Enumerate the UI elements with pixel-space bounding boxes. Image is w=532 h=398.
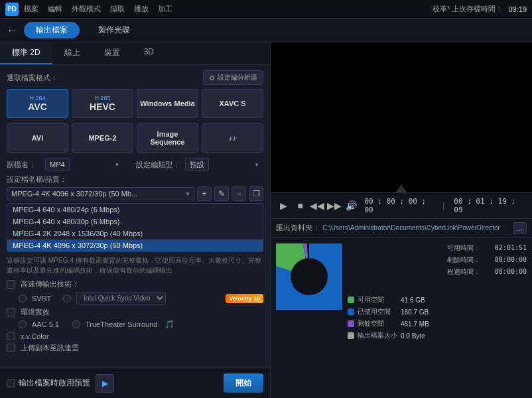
speed-option-row: 高速傳輸出技術： — [7, 279, 263, 289]
remain-val: 461.7 MB — [401, 320, 437, 328]
export-size-val: 0.0 Byte — [401, 332, 437, 340]
hevc-tag-small: H.265 — [94, 95, 110, 101]
subtitle-checkbox[interactable] — [7, 344, 15, 352]
back-button[interactable]: ← — [7, 25, 17, 36]
filename-label: 副檔名： — [7, 160, 40, 170]
xavcs-label: XAVC S — [219, 100, 245, 107]
output-path-more-button[interactable]: ... — [513, 222, 527, 234]
intel-radio[interactable] — [63, 295, 71, 302]
avc-tag-small: H.264 — [29, 95, 45, 101]
filename-select[interactable]: MP4 — [45, 158, 70, 171]
menu-edit[interactable]: 編輯 — [48, 4, 62, 14]
color-checkbox[interactable] — [7, 332, 15, 340]
title-bar: PD 檔案 編輯 外觀模式 擷取 播放 加工 校革* 上次存檔時間： 09:19 — [0, 0, 532, 19]
subtitle-label: 上傳副本至訊連雲 — [21, 343, 79, 353]
encoding-checkbox[interactable] — [7, 308, 15, 316]
available-val: 41.6 GB — [401, 297, 437, 304]
format-btn-wmv[interactable]: Windows Media — [137, 89, 198, 118]
format-btn-hevc[interactable]: H.265 HEVC — [72, 89, 133, 118]
audio-label: ♪♪ — [229, 134, 236, 142]
disk-legend: 可用空間 41.6 GB 已使用空間 180.7 GB 剩餘空間 461.7 M… — [348, 243, 442, 393]
quality-dropdown-list: MPEG-4 640 x 480/24p (6 Mbps) MPEG-4 640… — [7, 203, 263, 252]
avc-tag-big: AVC — [28, 101, 47, 112]
available-time-val: 02:01:51 — [495, 244, 527, 251]
format-select-label: 選取檔案格式： — [7, 73, 199, 83]
menu-file[interactable]: 檔案 — [24, 4, 38, 14]
menu-bar: 檔案 編輯 外觀模式 擷取 播放 加工 — [24, 4, 172, 14]
delete-preset-button[interactable]: − — [232, 186, 246, 201]
add-preset-button[interactable]: + — [197, 186, 212, 201]
menu-produce[interactable]: 加工 — [158, 4, 172, 14]
volume-button[interactable]: 🔊 — [345, 199, 358, 212]
format-btn-imgseq[interactable]: Image Sequence — [137, 123, 198, 153]
panel-content: 選取檔案格式： ⚙ 設定編分析器 H.264 AVC H.265 HEVC Wi… — [0, 65, 270, 367]
title-bar-right: 校革* 上次存檔時間： 09:19 — [432, 4, 527, 14]
playback-controls: ▶ ■ ◀◀ ▶▶ 🔊 00 ; 00 ; 00 ; 00 | 00 ; 01 … — [271, 192, 532, 219]
encoding-label: 環境實效 — [21, 307, 50, 317]
preset-select-wrapper: 預設 — [185, 158, 264, 171]
filename-row: 副檔名： MP4 設定編類型： 預設 — [7, 158, 263, 171]
remain-time-label: 剩餘時間： — [447, 255, 484, 265]
format-icons-row2: AVI MPEG-2 Image Sequence ♪♪ — [7, 123, 263, 153]
available-time-row: 可用時間： 02:01:51 — [447, 243, 527, 253]
preview-label: 輸出檔案時啟用預覽 — [19, 377, 90, 389]
velocity-badge: Velocity 10 — [226, 294, 263, 303]
sub-tab-online[interactable]: 線上 — [52, 42, 92, 64]
truetheater-icon: 🎵 — [165, 320, 174, 329]
intel-select[interactable]: Intel Quick Sync Video — [76, 292, 166, 304]
format-btn-avc[interactable]: H.264 AVC — [7, 89, 68, 118]
format-btn-audio[interactable]: ♪♪ — [202, 123, 263, 153]
current-time-display: 00 ; 00 ; 00 ; 00 — [364, 197, 436, 214]
analyzer-button[interactable]: ⚙ 設定編分析器 — [203, 70, 263, 85]
dropdown-item-3[interactable]: MPEG-4 4K 4096 x 3072/30p (50 Mbps) — [7, 239, 263, 251]
truetheater-radio[interactable] — [72, 320, 80, 328]
quality-label-row: 設定檔名稱/品質： — [7, 174, 263, 184]
copy-preset-button[interactable]: ❐ — [249, 186, 263, 201]
disk-info-area: 可用空間 41.6 GB 已使用空間 180.7 GB 剩餘空間 461.7 M… — [271, 238, 532, 399]
format-btn-mpeg2[interactable]: MPEG-2 — [72, 123, 133, 153]
tab-make-disc[interactable]: 製作光碟 — [86, 22, 142, 38]
save-status-label: 校革* 上次存檔時間： — [432, 4, 503, 14]
disk-pie-chart — [276, 243, 342, 310]
svrt-label: SVRT — [32, 295, 51, 302]
svrt-option-row: SVRT Intel Quick Sync Video Velocity 10 — [7, 292, 263, 304]
play-button[interactable]: ▶ — [277, 199, 290, 212]
sub-tab-2d[interactable]: 標準 2D — [0, 42, 52, 64]
quality-select-row: MPEG-4 4K 4096 x 3072/30p (50 Mb... + ✎ … — [7, 186, 263, 201]
subtitle-option-row: 上傳副本至訊連雲 — [7, 343, 263, 353]
analyzer-icon: ⚙ — [209, 74, 215, 82]
speed-checkbox[interactable] — [7, 280, 15, 289]
format-btn-xavcs[interactable]: XAVC S — [202, 89, 263, 118]
quality-select[interactable]: MPEG-4 4K 4096 x 3072/30p (50 Mb... — [7, 187, 194, 200]
sub-tab-device[interactable]: 裝置 — [92, 42, 132, 64]
menu-capture[interactable]: 擷取 — [110, 4, 125, 14]
output-path-value: C:\Users\Administrator\Documents\CyberLi… — [322, 224, 510, 232]
start-button[interactable]: 開始 — [224, 373, 263, 393]
menu-view[interactable]: 外觀模式 — [72, 4, 101, 14]
next-frame-button[interactable]: ▶▶ — [328, 199, 341, 212]
aac-option-row: AAC 5.1 TrueTheater Surround 🎵 — [7, 320, 263, 329]
preview-checkbox[interactable] — [7, 379, 15, 387]
prev-frame-button[interactable]: ◀◀ — [310, 199, 324, 212]
remain-dot — [348, 320, 354, 327]
program-time-val: 00:00:00 — [495, 268, 527, 275]
sub-tab-3d[interactable]: 3D — [132, 42, 166, 64]
format-icons-row1: H.264 AVC H.265 HEVC Windows Media XAVC … — [7, 89, 263, 118]
tab-output-file[interactable]: 輸出檔案 — [24, 22, 80, 38]
export-size-dot — [348, 332, 354, 339]
preset-type-select[interactable]: 預設 — [185, 158, 209, 171]
edit-preset-button[interactable]: ✎ — [214, 186, 229, 201]
preview-play-button[interactable]: ▶ — [96, 374, 114, 393]
export-size-label: 輸出檔案大小 — [358, 331, 397, 340]
quality-select-wrapper: MPEG-4 4K 4096 x 3072/30p (50 Mb... — [7, 187, 194, 200]
pie-chart-svg — [276, 243, 342, 310]
aac-radio[interactable] — [19, 320, 27, 328]
svrt-radio[interactable] — [19, 295, 27, 302]
dropdown-item-2[interactable]: MPEG-4 2K 2048 x 1536/30p (40 Mbps) — [7, 228, 263, 239]
format-description: 這個設定可讓 MPEG-4 擁有最高畫質的完整畫格，它使用高位元率、大畫格尺寸、… — [7, 255, 263, 275]
menu-play[interactable]: 播放 — [134, 4, 149, 14]
dropdown-item-1[interactable]: MPEG-4 640 x 480/30p (6 Mbps) — [7, 216, 263, 228]
stop-button[interactable]: ■ — [294, 199, 306, 212]
dropdown-item-0[interactable]: MPEG-4 640 x 480/24p (6 Mbps) — [7, 204, 263, 216]
format-btn-avi[interactable]: AVI — [7, 123, 68, 153]
